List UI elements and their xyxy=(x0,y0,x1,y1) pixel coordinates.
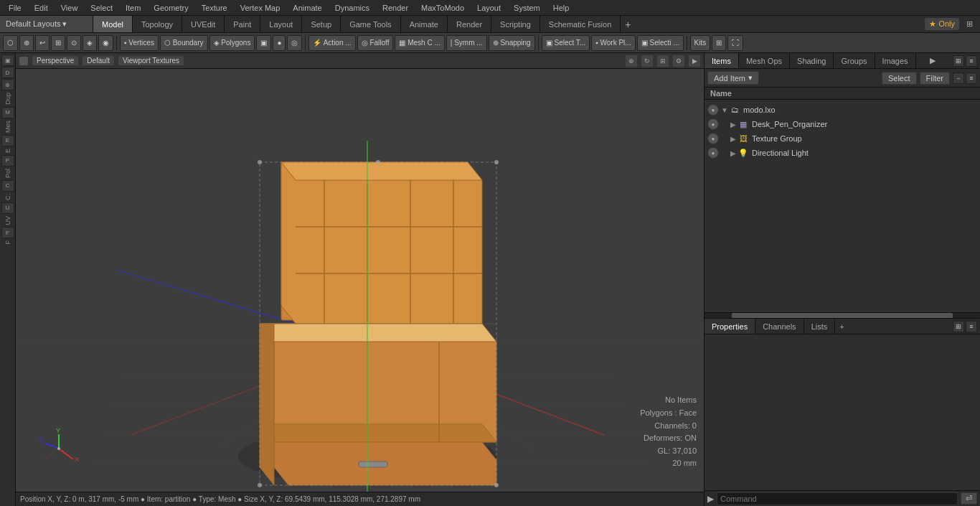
props-tab-channels[interactable]: Channels xyxy=(755,319,804,334)
left-tool-2[interactable]: D xyxy=(1,67,14,78)
viewport-zoom-icon[interactable]: ⊞ xyxy=(656,55,669,67)
menu-layout[interactable]: Layout xyxy=(471,2,507,14)
props-expand-icon[interactable]: ⊞ xyxy=(953,321,964,332)
layout-tab-animate[interactable]: Animate xyxy=(401,16,448,32)
tree-item-dir-light[interactable]: ● ▶ 💡 Directional Light xyxy=(705,146,980,160)
right-tab-more[interactable]: ▶ xyxy=(925,55,940,67)
rotate-tool[interactable]: ⊙ xyxy=(67,35,81,51)
tree-item-texture-group[interactable]: ● ▶ 🖼 Texture Group xyxy=(705,131,980,146)
tree-item-desk-pen[interactable]: ● ▶ ▦ Desk_Pen_Organizer xyxy=(705,117,980,131)
expand-dir-light[interactable]: ▶ xyxy=(729,149,738,157)
menu-system[interactable]: System xyxy=(508,2,546,14)
menu-maxtomodo[interactable]: MaxToModo xyxy=(415,2,470,14)
viewport-view-mode[interactable]: Default xyxy=(82,55,115,66)
shield-tool[interactable]: ◉ xyxy=(98,35,113,51)
select-mode-toggle[interactable]: ⬡ xyxy=(3,35,18,51)
box-mode[interactable]: ▣ xyxy=(256,35,271,51)
panel-expand-icon[interactable]: ⊞ xyxy=(953,55,964,67)
items-scrollbar[interactable] xyxy=(705,312,980,318)
props-add-tab[interactable]: + xyxy=(835,321,848,332)
kits-btn[interactable]: Kits xyxy=(690,35,711,51)
work-plane-btn[interactable]: ▪ Work Pl... xyxy=(591,35,635,51)
menu-edit[interactable]: Edit xyxy=(29,2,54,14)
polygons-btn[interactable]: ◈ Polygons xyxy=(209,35,255,51)
command-input[interactable] xyxy=(717,492,958,505)
left-tool-pol[interactable]: P xyxy=(1,155,14,167)
transform-tool[interactable]: ↩ xyxy=(35,35,50,51)
action-btn[interactable]: ⚡ Action ... xyxy=(308,35,355,51)
viewport-rotate-icon[interactable]: ↻ xyxy=(641,55,654,67)
left-tool-uv[interactable]: U xyxy=(1,202,14,214)
eye-modo-lxo[interactable]: ● xyxy=(707,104,719,116)
menu-dynamics[interactable]: Dynamics xyxy=(329,2,375,14)
left-tool-f[interactable]: F xyxy=(1,227,14,238)
viewport-camera[interactable]: Perspective xyxy=(32,55,79,66)
expand-modo-lxo[interactable]: ▼ xyxy=(720,106,729,114)
layout-tab-topology[interactable]: Topology xyxy=(133,16,182,32)
layout-tab-layout[interactable]: Layout xyxy=(260,16,302,32)
props-tab-lists[interactable]: Lists xyxy=(804,319,836,334)
eye-desk-pen[interactable]: ● xyxy=(707,118,719,130)
layout-tab-uvedit[interactable]: UVEdit xyxy=(182,16,225,32)
tab-shading[interactable]: Shading xyxy=(790,53,834,68)
layout-tab-game-tools[interactable]: Game Tools xyxy=(341,16,401,32)
left-tool-e[interactable]: E xyxy=(1,135,14,146)
viewport-fit-icon[interactable]: ⊕ xyxy=(625,55,638,67)
selection-btn[interactable]: ▣ Selecti ... xyxy=(637,35,684,51)
layout-tab-paint[interactable]: Paint xyxy=(225,16,260,32)
maximize-viewport[interactable]: ⊞ xyxy=(712,35,726,51)
viewport-texture-mode[interactable]: Viewport Textures xyxy=(118,55,184,66)
props-tab-properties[interactable]: Properties xyxy=(705,319,755,334)
viewport-expand-icon[interactable]: ▶ xyxy=(688,55,701,67)
snapping-btn[interactable]: ⊕ Snapping xyxy=(489,35,535,51)
symmetry-btn[interactable]: | Symm ... xyxy=(446,35,487,51)
menu-vertex-map[interactable]: Vertex Map xyxy=(235,2,286,14)
menu-render[interactable]: Render xyxy=(377,2,414,14)
vertices-btn[interactable]: ▪ Vertices xyxy=(120,35,159,51)
layout-dropdown[interactable]: Default Layouts ▾ xyxy=(0,16,93,32)
tab-items[interactable]: Items xyxy=(705,53,739,68)
viewport-settings-icon[interactable]: ⚙ xyxy=(672,55,685,67)
center-tool[interactable]: ⊕ xyxy=(19,35,34,51)
left-tool-c[interactable]: C xyxy=(1,180,14,192)
layout-tab-model[interactable]: Model xyxy=(93,16,133,32)
menu-select[interactable]: Select xyxy=(85,2,118,14)
props-settings-icon[interactable]: ≡ xyxy=(966,321,977,332)
layout-maximize[interactable]: ⊞ xyxy=(962,18,977,30)
select-button[interactable]: Select xyxy=(882,72,917,85)
menu-item[interactable]: Item xyxy=(120,2,146,14)
items-expand-icon[interactable]: ≡ xyxy=(966,72,977,84)
menu-texture[interactable]: Texture xyxy=(196,2,233,14)
eye-dir-light[interactable]: ● xyxy=(707,147,719,159)
fullscreen-btn[interactable]: ⛶ xyxy=(727,35,743,51)
menu-geometry[interactable]: Geometry xyxy=(148,2,194,14)
menu-animate[interactable]: Animate xyxy=(287,2,327,14)
menu-help[interactable]: Help xyxy=(547,2,575,14)
tree-item-modo-lxo[interactable]: ● ▼ 🗂 modo.lxo xyxy=(705,103,980,117)
layout-tab-render[interactable]: Render xyxy=(448,16,491,32)
tab-mesh-ops[interactable]: Mesh Ops xyxy=(739,53,790,68)
layout-add-tab[interactable]: + xyxy=(621,17,635,32)
layout-tab-setup[interactable]: Setup xyxy=(302,16,341,32)
left-tool-1[interactable]: ▣ xyxy=(1,55,14,66)
dot-mode[interactable]: ◎ xyxy=(287,35,302,51)
viewport-toggle[interactable] xyxy=(19,56,29,66)
tab-groups[interactable]: Groups xyxy=(834,53,875,68)
grid-tool[interactable]: ⊞ xyxy=(51,35,65,51)
layout-tab-scripting[interactable]: Scripting xyxy=(491,16,540,32)
star-only-button[interactable]: ★ Only xyxy=(925,18,959,30)
mesh-btn[interactable]: ▦ Mesh C ... xyxy=(395,35,444,51)
left-tool-dup[interactable]: ⊕ xyxy=(1,79,14,90)
boundary-btn[interactable]: ⬡ Boundary xyxy=(160,35,208,51)
command-run-button[interactable]: ⏎ xyxy=(961,492,977,505)
panel-settings-icon[interactable]: ≡ xyxy=(966,55,977,67)
sphere-mode[interactable]: ● xyxy=(273,35,286,51)
viewport-canvas[interactable]: No Items Polygons : Face Channels: 0 Def… xyxy=(16,69,704,492)
left-tool-mesh[interactable]: M xyxy=(1,107,14,118)
falloff-btn[interactable]: ◎ Falloff xyxy=(357,35,394,51)
expand-desk-pen[interactable]: ▶ xyxy=(729,120,738,128)
scale-tool[interactable]: ◈ xyxy=(83,35,97,51)
menu-file[interactable]: File xyxy=(3,2,27,14)
items-collapse-icon[interactable]: − xyxy=(953,72,964,84)
select-tool-btn[interactable]: ▣ Select T... xyxy=(542,35,590,51)
